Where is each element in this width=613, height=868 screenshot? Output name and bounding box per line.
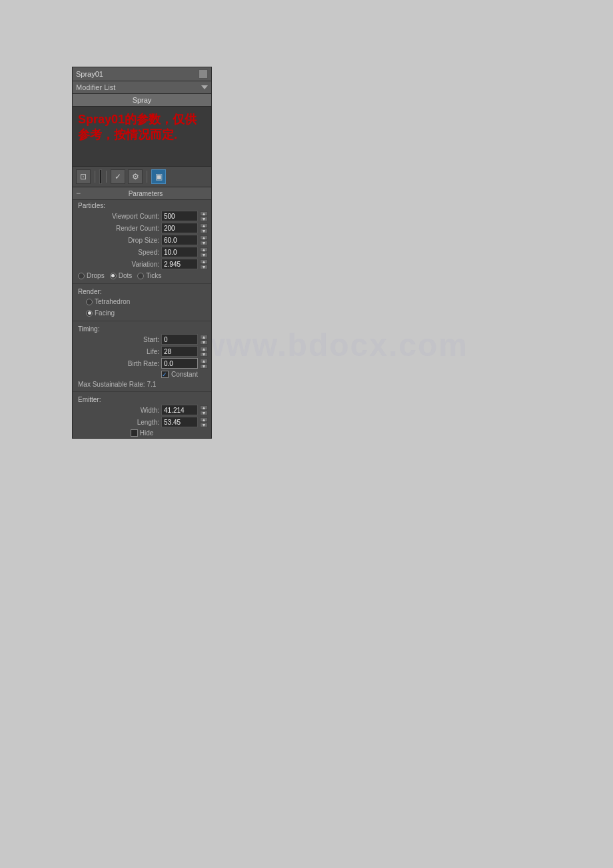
start-down[interactable]: ▼ xyxy=(200,340,208,345)
speed-label: Speed: xyxy=(138,249,159,256)
start-input[interactable] xyxy=(161,334,198,345)
render-count-up[interactable]: ▲ xyxy=(200,223,208,228)
viewport-count-input[interactable] xyxy=(161,211,198,221)
viewport-count-row: Viewport Count: ▲ ▼ xyxy=(73,210,211,222)
start-up[interactable]: ▲ xyxy=(200,335,208,339)
constant-row: ✓ Constant xyxy=(73,369,211,379)
viewport-count-label: Viewport Count: xyxy=(112,213,159,220)
speed-input[interactable] xyxy=(161,247,198,257)
dots-label: Dots xyxy=(119,272,133,279)
ticks-radio[interactable] xyxy=(137,273,144,279)
life-spinner: ▲ ▼ xyxy=(200,347,208,357)
width-label: Width: xyxy=(141,407,159,414)
birth-rate-up[interactable]: ▲ xyxy=(200,359,208,363)
toolbar: ⊡ ✓ ⚙ ▣ xyxy=(73,167,211,187)
speed-down[interactable]: ▼ xyxy=(200,253,208,257)
particles-label: Particles: xyxy=(73,200,211,210)
length-row: Length: ▲ ▼ xyxy=(73,416,211,428)
hide-row: Hide xyxy=(73,428,211,438)
width-up[interactable]: ▲ xyxy=(200,405,208,410)
spray-button[interactable]: Spray xyxy=(73,94,211,107)
facing-radio-item[interactable]: Facing xyxy=(86,309,115,317)
life-row: Life: ▲ ▼ xyxy=(73,345,211,357)
width-input[interactable] xyxy=(161,405,198,415)
birth-rate-row: Birth Rate: ▲ ▼ xyxy=(73,357,211,369)
variation-down[interactable]: ▼ xyxy=(200,265,208,269)
viewport-count-up[interactable]: ▲ xyxy=(200,211,208,216)
title-bar-button[interactable] xyxy=(199,69,208,79)
section-minus-icon: − xyxy=(76,189,81,198)
drops-radio[interactable] xyxy=(78,273,85,279)
drop-size-up[interactable]: ▲ xyxy=(200,235,208,240)
ticks-radio-item[interactable]: Ticks xyxy=(137,272,161,279)
speed-spinner: ▲ ▼ xyxy=(200,247,208,257)
drop-size-spinner: ▲ ▼ xyxy=(200,235,208,245)
length-input[interactable] xyxy=(161,417,198,427)
start-label: Start: xyxy=(143,336,159,343)
variation-up[interactable]: ▲ xyxy=(200,259,208,264)
divider-3 xyxy=(73,391,211,392)
viewport-count-spinner: ▲ ▼ xyxy=(200,211,208,221)
emitter-label: Emitter: xyxy=(73,394,211,404)
main-panel: Spray01 Modifier List Spray Spray01的参数，仅… xyxy=(72,67,212,439)
render-count-label: Render Count: xyxy=(116,225,159,232)
width-spinner: ▲ ▼ xyxy=(200,405,208,415)
render-count-spinner: ▲ ▼ xyxy=(200,223,208,233)
tetrahedron-label: Tetrahedron xyxy=(95,298,130,305)
drops-label: Drops xyxy=(87,272,105,279)
variation-input[interactable] xyxy=(161,259,198,269)
render-count-input[interactable] xyxy=(161,223,198,233)
particle-type-row: Drops Dots Ticks xyxy=(73,270,211,281)
hide-checkbox[interactable] xyxy=(131,429,138,437)
viewport-count-down[interactable]: ▼ xyxy=(200,217,208,221)
birth-rate-input[interactable] xyxy=(161,358,198,369)
toolbar-icon-grid[interactable]: ▣ xyxy=(151,169,166,184)
parameters-header[interactable]: − Parameters xyxy=(73,187,211,200)
tetrahedron-radio[interactable] xyxy=(86,299,93,305)
birth-rate-label: Birth Rate: xyxy=(128,360,159,367)
length-up[interactable]: ▲ xyxy=(200,417,208,422)
speed-row: Speed: ▲ ▼ xyxy=(73,246,211,258)
info-text-area: Spray01的参数，仅供参考，按情况而定. xyxy=(73,107,211,167)
life-input[interactable] xyxy=(161,346,198,357)
dots-radio-item[interactable]: Dots xyxy=(110,272,133,279)
timing-label: Timing: xyxy=(73,323,211,333)
render-count-down[interactable]: ▼ xyxy=(200,229,208,233)
drop-size-down[interactable]: ▼ xyxy=(200,241,208,245)
render-tetrahedron-row: Tetrahedron xyxy=(73,296,211,307)
parameters-section: − Parameters Particles: Viewport Count: … xyxy=(73,187,211,438)
modifier-list-dropdown[interactable]: Modifier List xyxy=(73,81,211,94)
drops-radio-item[interactable]: Drops xyxy=(78,272,105,279)
width-down[interactable]: ▼ xyxy=(200,411,208,415)
length-label: Length: xyxy=(137,419,159,426)
max-rate-row: Max Sustainable Rate: 7.1 xyxy=(73,379,211,389)
watermark: www.bdocx.com xyxy=(200,327,468,363)
width-row: Width: ▲ ▼ xyxy=(73,404,211,416)
toolbar-icon-bar[interactable] xyxy=(99,169,102,184)
length-spinner: ▲ ▼ xyxy=(200,417,208,427)
render-label: Render: xyxy=(73,286,211,296)
length-down[interactable]: ▼ xyxy=(200,423,208,427)
drop-size-row: Drop Size: ▲ ▼ xyxy=(73,234,211,246)
facing-radio[interactable] xyxy=(86,310,93,317)
life-up[interactable]: ▲ xyxy=(200,347,208,351)
toolbar-icon-check[interactable]: ✓ xyxy=(111,169,125,184)
toolbar-icon-pin[interactable]: ⊡ xyxy=(76,169,91,184)
variation-label: Variation: xyxy=(131,261,159,268)
toolbar-icon-gear[interactable]: ⚙ xyxy=(128,169,143,184)
variation-spinner: ▲ ▼ xyxy=(200,259,208,269)
info-chinese-text: Spray01的参数，仅供参考，按情况而定. xyxy=(78,112,206,143)
ticks-label: Ticks xyxy=(146,272,161,279)
render-count-row: Render Count: ▲ ▼ xyxy=(73,222,211,234)
constant-label: Constant xyxy=(171,371,198,378)
drop-size-input[interactable] xyxy=(161,235,198,245)
render-facing-row: Facing xyxy=(73,307,211,319)
tetrahedron-radio-item[interactable]: Tetrahedron xyxy=(86,298,130,305)
speed-up[interactable]: ▲ xyxy=(200,247,208,252)
birth-rate-down[interactable]: ▼ xyxy=(200,364,208,369)
dots-radio[interactable] xyxy=(110,273,117,279)
hide-label: Hide xyxy=(140,429,154,437)
modifier-list-label: Modifier List xyxy=(76,83,115,91)
life-down[interactable]: ▼ xyxy=(200,352,208,357)
constant-checkbox[interactable]: ✓ xyxy=(161,371,169,378)
